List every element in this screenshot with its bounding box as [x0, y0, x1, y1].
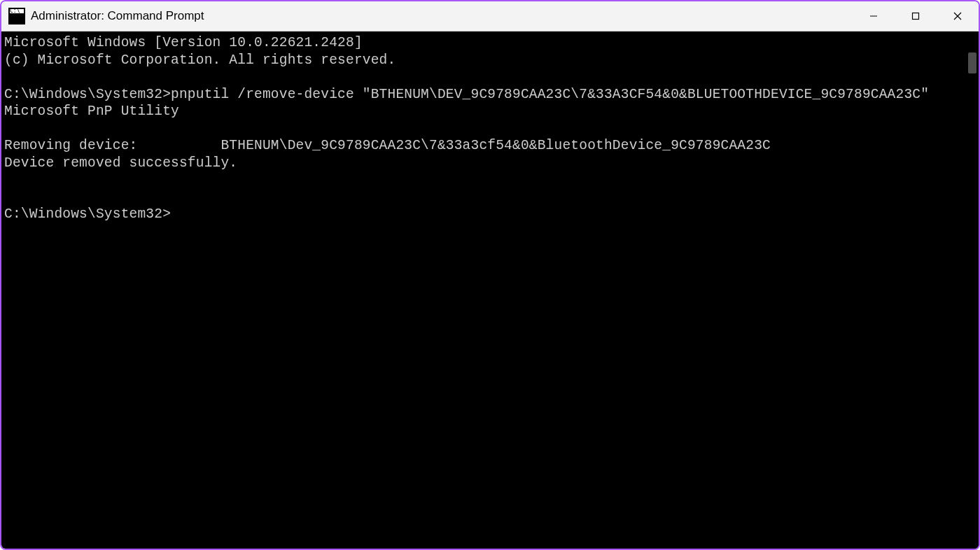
- terminal-output[interactable]: Microsoft Windows [Version 10.0.22621.24…: [1, 31, 966, 549]
- window-title: Administrator: Command Prompt: [31, 9, 204, 23]
- scrollbar-thumb[interactable]: [968, 52, 976, 73]
- maximize-button[interactable]: [895, 1, 937, 31]
- close-icon: [953, 12, 962, 20]
- minimize-button[interactable]: [853, 1, 895, 31]
- maximize-icon: [911, 12, 920, 20]
- close-button[interactable]: [937, 1, 979, 31]
- terminal-container: Microsoft Windows [Version 10.0.22621.24…: [1, 31, 979, 549]
- titlebar-left: C:\ Administrator: Command Prompt: [1, 8, 853, 24]
- titlebar: C:\ Administrator: Command Prompt: [1, 1, 979, 31]
- svg-rect-1: [913, 13, 919, 20]
- cmd-icon: C:\: [8, 8, 25, 24]
- window-controls: [853, 1, 979, 31]
- scrollbar[interactable]: [966, 31, 979, 549]
- minimize-icon: [869, 12, 878, 20]
